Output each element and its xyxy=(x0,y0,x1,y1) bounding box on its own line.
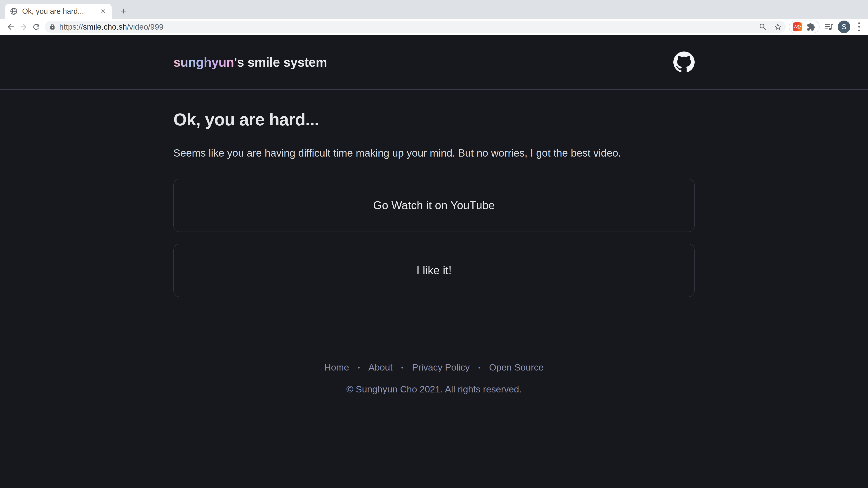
reload-icon[interactable] xyxy=(30,21,42,33)
footer-link-open-source[interactable]: Open Source xyxy=(489,362,544,373)
korean-extension-icon[interactable]: A한 xyxy=(793,22,802,31)
footer-links: Home • About • Privacy Policy • Open Sou… xyxy=(0,362,868,373)
zoom-icon[interactable] xyxy=(757,21,769,33)
button-group: Go Watch it on YouTube I like it! xyxy=(174,179,694,297)
page-content: sunghyun's smile system Ok, you are hard… xyxy=(0,35,868,488)
chrome-menu-icon[interactable] xyxy=(855,21,864,33)
github-icon xyxy=(673,52,694,73)
url-text: https://smile.cho.sh/video/999 xyxy=(59,22,163,31)
page-description: Seems like you are having difficult time… xyxy=(174,142,694,164)
github-link[interactable] xyxy=(673,52,694,73)
footer-separator: • xyxy=(401,364,403,371)
watch-youtube-button[interactable]: Go Watch it on YouTube xyxy=(174,179,694,232)
tab-title: Ok, you are hard... xyxy=(22,7,94,15)
site-footer: Home • About • Privacy Policy • Open Sou… xyxy=(0,362,868,395)
tab-strip: Ok, you are hard... xyxy=(0,0,868,19)
extensions-pill: A한 xyxy=(789,21,819,33)
site-brand[interactable]: sunghyun's smile system xyxy=(174,55,327,70)
main-content: Ok, you are hard... Seems like you are h… xyxy=(174,109,694,297)
new-tab-button[interactable] xyxy=(117,4,130,18)
url-host: smile.cho.sh xyxy=(83,22,127,31)
globe-favicon-icon xyxy=(10,7,18,15)
media-controls-icon[interactable] xyxy=(824,22,834,32)
footer-link-about[interactable]: About xyxy=(368,362,393,373)
bookmark-star-icon[interactable] xyxy=(772,21,783,33)
site-header: sunghyun's smile system xyxy=(0,35,868,90)
brand-rest-text: 's smile system xyxy=(234,55,327,69)
back-icon[interactable] xyxy=(4,21,17,33)
address-bar[interactable]: https://smile.cho.sh/video/999 xyxy=(45,21,786,33)
footer-separator: • xyxy=(358,364,360,371)
tab-close-icon[interactable] xyxy=(98,7,107,16)
browser-tab[interactable]: Ok, you are hard... xyxy=(5,4,112,19)
puzzle-extensions-icon[interactable] xyxy=(807,22,815,31)
browser-toolbar: https://smile.cho.sh/video/999 A한 xyxy=(0,19,868,35)
footer-separator: • xyxy=(478,364,480,371)
brand-gradient-text: sunghyun xyxy=(174,55,234,69)
footer-link-home[interactable]: Home xyxy=(324,362,349,373)
lock-icon[interactable] xyxy=(49,24,56,30)
copyright-text: © Sunghyun Cho 2021. All rights reserved… xyxy=(0,384,868,395)
footer-link-privacy-policy[interactable]: Privacy Policy xyxy=(412,362,470,373)
forward-icon[interactable] xyxy=(17,21,30,33)
profile-avatar[interactable]: S xyxy=(838,21,850,33)
page-title: Ok, you are hard... xyxy=(174,109,694,129)
like-it-button[interactable]: I like it! xyxy=(174,244,694,297)
